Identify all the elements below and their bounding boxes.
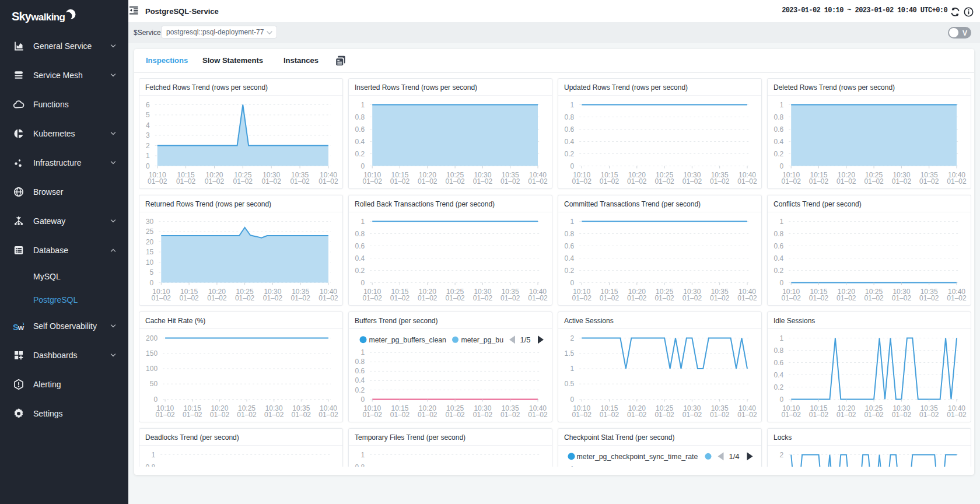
svg-text:1: 1 <box>570 465 575 467</box>
svg-text:0: 0 <box>570 279 575 287</box>
svg-text:1: 1 <box>780 101 784 109</box>
svg-text:0.4: 0.4 <box>774 254 784 262</box>
svg-text:0: 0 <box>780 279 784 287</box>
svg-text:3: 3 <box>146 131 150 139</box>
svg-text:1/4: 1/4 <box>729 452 740 461</box>
svg-text:0.6: 0.6 <box>355 242 365 250</box>
svg-text:01–02: 01–02 <box>654 294 674 302</box>
svg-text:1.5: 1.5 <box>565 349 575 358</box>
svg-text:0: 0 <box>780 396 784 404</box>
svg-text:0: 0 <box>361 162 365 170</box>
svg-text:01–02: 01–02 <box>782 294 802 302</box>
svg-text:01–02: 01–02 <box>919 411 939 419</box>
svg-text:0.4: 0.4 <box>565 138 575 146</box>
svg-text:01–02: 01–02 <box>445 294 465 302</box>
svg-text:01–02: 01–02 <box>528 294 548 302</box>
svg-text:01–02: 01–02 <box>155 411 175 419</box>
svg-text:1: 1 <box>361 451 365 459</box>
svg-text:1: 1 <box>146 152 150 160</box>
svg-text:1: 1 <box>780 218 784 226</box>
svg-text:0.8: 0.8 <box>355 463 365 467</box>
svg-text:0.4: 0.4 <box>774 371 784 379</box>
svg-text:0.8: 0.8 <box>774 113 784 121</box>
svg-text:25: 25 <box>146 228 154 236</box>
svg-text:01–02: 01–02 <box>148 177 167 186</box>
svg-text:01–02: 01–02 <box>654 411 674 419</box>
svg-text:01–02: 01–02 <box>809 177 829 186</box>
svg-text:0.2: 0.2 <box>565 150 575 158</box>
svg-text:20: 20 <box>146 238 154 246</box>
svg-text:5: 5 <box>146 111 150 119</box>
svg-text:01–02: 01–02 <box>501 177 520 186</box>
svg-text:0.6: 0.6 <box>355 367 365 375</box>
svg-text:01–02: 01–02 <box>473 411 493 419</box>
svg-text:1.5: 1.5 <box>774 466 784 467</box>
svg-text:01–02: 01–02 <box>207 294 227 302</box>
svg-text:01–02: 01–02 <box>627 294 647 302</box>
svg-text:01–02: 01–02 <box>919 177 939 186</box>
svg-text:01–02: 01–02 <box>473 177 493 186</box>
svg-text:2: 2 <box>146 142 150 150</box>
svg-text:0.2: 0.2 <box>774 267 784 275</box>
svg-text:1: 1 <box>361 348 365 356</box>
svg-text:50: 50 <box>150 380 158 388</box>
svg-text:0.8: 0.8 <box>774 230 784 238</box>
svg-text:01–02: 01–02 <box>418 177 438 186</box>
svg-text:5: 5 <box>150 268 154 276</box>
svg-text:01–02: 01–02 <box>363 411 383 419</box>
svg-text:01–02: 01–02 <box>263 294 283 302</box>
svg-text:01–02: 01–02 <box>418 294 438 302</box>
svg-text:01–02: 01–02 <box>445 411 465 419</box>
svg-text:01–02: 01–02 <box>864 177 884 186</box>
svg-text:01–02: 01–02 <box>682 294 702 302</box>
svg-text:1/5: 1/5 <box>520 335 531 344</box>
svg-text:01–02: 01–02 <box>290 177 310 186</box>
svg-text:0.5: 0.5 <box>565 380 575 388</box>
svg-text:01–02: 01–02 <box>782 411 802 419</box>
svg-text:6: 6 <box>146 101 150 109</box>
svg-text:01–02: 01–02 <box>600 294 620 302</box>
svg-text:1: 1 <box>570 101 575 109</box>
svg-text:01–02: 01–02 <box>737 411 757 419</box>
svg-text:01–02: 01–02 <box>682 177 702 186</box>
svg-text:01–02: 01–02 <box>572 294 592 302</box>
svg-text:01–02: 01–02 <box>363 177 383 186</box>
svg-text:0: 0 <box>570 162 575 170</box>
svg-text:10: 10 <box>146 258 154 267</box>
svg-text:01–02: 01–02 <box>947 294 967 302</box>
svg-text:01–02: 01–02 <box>501 411 520 419</box>
svg-text:0: 0 <box>150 279 154 287</box>
svg-text:0.8: 0.8 <box>355 113 365 121</box>
svg-text:01–02: 01–02 <box>809 411 829 419</box>
svg-text:01–02: 01–02 <box>947 411 967 419</box>
svg-text:01–02: 01–02 <box>600 177 620 186</box>
svg-text:0.8: 0.8 <box>355 358 365 366</box>
svg-text:01–02: 01–02 <box>809 294 829 302</box>
svg-text:0.8: 0.8 <box>355 230 365 238</box>
svg-text:01–02: 01–02 <box>501 294 520 302</box>
svg-text:01–02: 01–02 <box>892 294 912 302</box>
svg-text:01–02: 01–02 <box>710 411 730 419</box>
svg-text:0.6: 0.6 <box>774 125 784 134</box>
svg-text:0.4: 0.4 <box>565 254 575 262</box>
svg-text:01–02: 01–02 <box>264 411 284 419</box>
svg-text:01–02: 01–02 <box>864 411 884 419</box>
svg-text:0.2: 0.2 <box>774 383 784 391</box>
svg-text:0.6: 0.6 <box>355 125 365 134</box>
svg-text:meter_pg_checkpoint_sync_time_: meter_pg_checkpoint_sync_time_rate <box>577 453 698 461</box>
svg-text:01–02: 01–02 <box>318 294 338 302</box>
svg-text:1: 1 <box>361 101 365 109</box>
svg-text:01–02: 01–02 <box>528 177 548 186</box>
svg-text:01–02: 01–02 <box>864 294 884 302</box>
svg-text:2: 2 <box>780 451 784 459</box>
svg-text:0.8: 0.8 <box>565 113 575 121</box>
svg-text:1: 1 <box>361 218 365 226</box>
svg-text:2: 2 <box>570 334 575 342</box>
svg-text:0.8: 0.8 <box>774 346 784 355</box>
svg-text:meter_pg_buffers_clean: meter_pg_buffers_clean <box>369 336 447 344</box>
svg-text:0.4: 0.4 <box>774 138 784 146</box>
svg-text:01–02: 01–02 <box>318 411 338 419</box>
svg-text:01–02: 01–02 <box>318 177 338 186</box>
svg-text:01–02: 01–02 <box>418 411 438 419</box>
svg-text:01–02: 01–02 <box>176 177 196 186</box>
